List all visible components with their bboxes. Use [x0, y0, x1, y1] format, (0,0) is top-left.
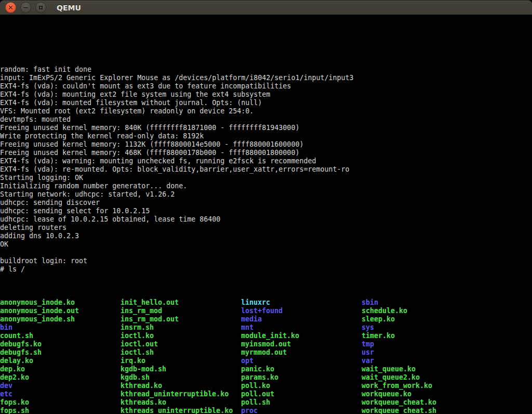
- ls-entry: workqueue_cheat.sh: [362, 407, 532, 414]
- ls-entry: myrmmod.out: [241, 348, 362, 357]
- minimize-icon: −: [23, 4, 29, 11]
- ls-entry: kthreads.ko: [121, 398, 241, 407]
- ls-entry: debugfs.ko: [0, 340, 121, 348]
- maximize-icon: [39, 6, 43, 9]
- terminal-line: EXT4-fs (vda): couldn't mount as ext3 du…: [0, 82, 532, 90]
- terminal-line: buildroot login: root: [0, 257, 532, 265]
- terminal-line: [0, 249, 532, 257]
- ls-entry: fops.ko: [0, 398, 121, 407]
- terminal-line: OK: [0, 240, 532, 249]
- terminal-line: udhcpc: lease of 10.0.2.15 obtained, lea…: [0, 215, 532, 224]
- ls-entry: wait_queue.ko: [362, 365, 532, 373]
- ls-entry: sbin: [362, 299, 532, 307]
- ls-entry: ioctl.sh: [121, 348, 241, 357]
- ls-entry: dep.ko: [0, 365, 121, 373]
- terminal-line: Initializing random number generator... …: [0, 182, 532, 190]
- ls-entry: workqueue.ko: [362, 390, 532, 398]
- ls-entry: usr: [362, 348, 532, 357]
- ls-entry: tmp: [362, 340, 532, 348]
- ls-entry: proc: [241, 407, 362, 414]
- ls-entry: dev: [0, 382, 121, 390]
- ls-entry: kgdb.sh: [121, 373, 241, 382]
- ls-entry: insrm.sh: [121, 324, 241, 332]
- terminal-line: EXT4-fs (vda): warning: mounting uncheck…: [0, 157, 532, 165]
- ls-entry: init_hello.out: [121, 299, 241, 307]
- terminal-line: deleting routers: [0, 224, 532, 232]
- ls-entry: kthreads_uninterruptible.ko: [121, 407, 241, 414]
- ls-entry: ins_rm_mod: [121, 307, 241, 315]
- ls-entry: work_from_work.ko: [362, 382, 532, 390]
- ls-entry: poll.sh: [241, 398, 362, 407]
- ls-entry: var: [362, 357, 532, 365]
- terminal-line: Starting logging: OK: [0, 174, 532, 182]
- minimize-button[interactable]: −: [20, 2, 31, 13]
- ls-entry: ins_rm_mod.out: [121, 315, 241, 324]
- ls-entry: sleep.ko: [362, 315, 532, 324]
- close-button[interactable]: ✕: [5, 2, 16, 13]
- ls-entry: delay.ko: [0, 357, 121, 365]
- ls-entry: media: [241, 315, 362, 324]
- terminal-line: devtmpfs: mounted: [0, 115, 532, 124]
- terminal-line: Freeing unused kernel memory: 840K (ffff…: [0, 124, 532, 132]
- ls-entry: workqueue_cheat.ko: [362, 398, 532, 407]
- ls-entry: lost+found: [241, 307, 362, 315]
- qemu-window: ✕ − QEMU random: fast init doneinput: Im…: [0, 0, 532, 414]
- ls-entry: irq.ko: [121, 357, 241, 365]
- ls-entry: module_init.ko: [241, 332, 362, 340]
- ls-entry: timer.ko: [362, 332, 532, 340]
- ls-entry: wait_queue2.ko: [362, 373, 532, 382]
- ls-entry: myinsmod.out: [241, 340, 362, 348]
- terminal-line: # ls /: [0, 265, 532, 274]
- ls-entry: ioctl.ko: [121, 332, 241, 340]
- terminal-line: EXT4-fs (vda): re-mounted. Opts: block_v…: [0, 165, 532, 174]
- ls-entry: poll.ko: [241, 382, 362, 390]
- ls-entry: sys: [362, 324, 532, 332]
- terminal-line: input: ImExPS/2 Generic Explorer Mouse a…: [0, 74, 532, 82]
- terminal-line: Freeing unused kernel memory: 468K (ffff…: [0, 149, 532, 157]
- terminal-line: Write protecting the kernel read-only da…: [0, 132, 532, 140]
- ls-entry: dep2.ko: [0, 373, 121, 382]
- terminal-line: EXT4-fs (vda): mounting ext2 file system…: [0, 90, 532, 99]
- boot-log: random: fast init doneinput: ImExPS/2 Ge…: [0, 41, 532, 274]
- window-title: QEMU: [57, 4, 81, 12]
- ls-entry: linuxrc: [241, 299, 362, 307]
- ls-entry: fops.sh: [0, 407, 121, 414]
- ls-entry: count.sh: [0, 332, 121, 340]
- terminal-line: VFS: Mounted root (ext2 filesystem) read…: [0, 107, 532, 115]
- terminal-line: udhcpc: sending select for 10.0.2.15: [0, 207, 532, 215]
- ls-entry: kthread.ko: [121, 382, 241, 390]
- ls-entry: anonymous_inode.out: [0, 307, 121, 315]
- ls-entry: ioctl.out: [121, 340, 241, 348]
- ls-entry: anonymous_inode.ko: [0, 299, 121, 307]
- terminal-line: Freeing unused kernel memory: 1132K (fff…: [0, 140, 532, 149]
- terminal-screen[interactable]: random: fast init doneinput: ImExPS/2 Ge…: [0, 15, 532, 414]
- ls-output: anonymous_inode.koanonymous_inode.outano…: [0, 299, 532, 414]
- ls-entry: opt: [241, 357, 362, 365]
- ls-entry: mnt: [241, 324, 362, 332]
- ls-entry: panic.ko: [241, 365, 362, 373]
- ls-entry: etc: [0, 390, 121, 398]
- ls-entry: bin: [0, 324, 121, 332]
- terminal-line: udhcpc: sending discover: [0, 199, 532, 207]
- terminal-line: adding dns 10.0.2.3: [0, 232, 532, 240]
- terminal-line: random: fast init done: [0, 66, 532, 74]
- maximize-button[interactable]: [35, 2, 46, 13]
- ls-entry: params.ko: [241, 373, 362, 382]
- titlebar: ✕ − QEMU: [0, 0, 532, 15]
- ls-entry: kthread_uninterruptible.ko: [121, 390, 241, 398]
- ls-entry: schedule.ko: [362, 307, 532, 315]
- ls-entry: anonymous_inode.sh: [0, 315, 121, 324]
- ls-entry: poll.out: [241, 390, 362, 398]
- terminal-line: Starting network: udhcpc: started, v1.26…: [0, 190, 532, 199]
- ls-entry: debugfs.sh: [0, 348, 121, 357]
- close-icon: ✕: [8, 4, 14, 11]
- terminal-line: EXT4-fs (vda): mounted filesystem withou…: [0, 99, 532, 107]
- ls-entry: kgdb-mod.sh: [121, 365, 241, 373]
